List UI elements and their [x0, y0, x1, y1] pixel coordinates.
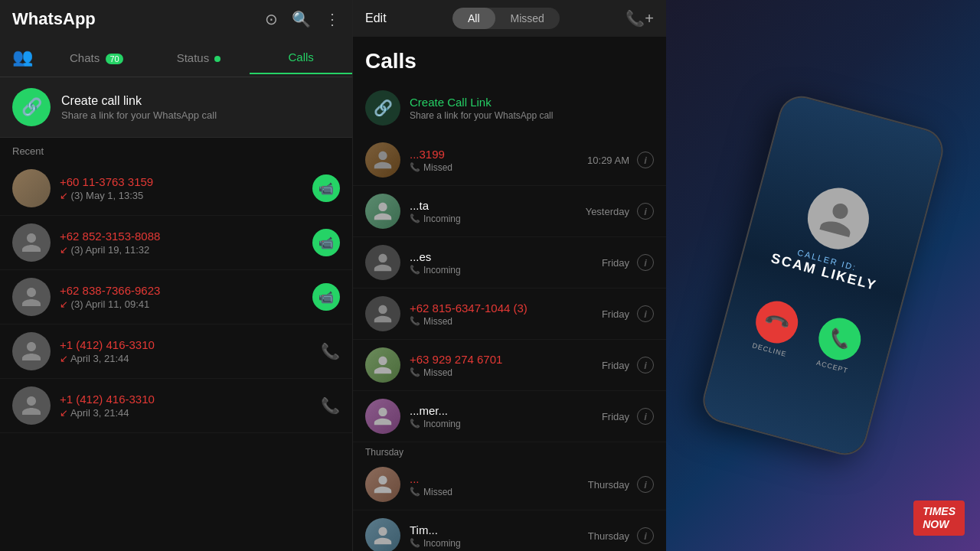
recent-meta: ↙ April 3, 21:44	[60, 407, 321, 419]
call-item[interactable]: ...3199 📞 Missed 10:29 AM i	[353, 135, 666, 186]
camera-icon[interactable]: ⊙	[265, 10, 278, 28]
recent-info: +1 (412) 416-3310 ↙ April 3, 21:44	[60, 338, 321, 364]
video-call-button[interactable]: 📹	[312, 229, 340, 256]
recent-info: +60 11-3763 3159 ↙ (3) May 1, 13:35	[60, 175, 312, 201]
recent-name: +1 (412) 416-3310	[60, 393, 321, 406]
info-button[interactable]: i	[637, 527, 654, 544]
avatar	[12, 223, 51, 262]
info-button[interactable]: i	[637, 254, 654, 271]
calls-title: Calls	[353, 37, 666, 81]
recent-item[interactable]: +1 (412) 416-3310 ↙ April 3, 21:44 📞	[0, 324, 352, 379]
video-call-button[interactable]: 📹	[312, 283, 340, 311]
avatar	[12, 169, 51, 207]
filter-all-tab[interactable]: All	[452, 8, 495, 29]
times-now-badge: TIMESNOW	[913, 500, 965, 536]
call-info: +63 929 274 6701 📞 Missed	[410, 353, 602, 378]
phone-icon: 📞	[321, 397, 340, 414]
accept-button[interactable]: 📞	[814, 313, 865, 364]
missed-arrow: ↙	[60, 407, 68, 419]
info-button[interactable]: i	[637, 476, 654, 493]
chats-badge: 70	[106, 54, 122, 64]
call-time: Yesterday	[586, 206, 629, 217]
info-button[interactable]: i	[637, 152, 654, 168]
call-item[interactable]: ...es 📞 Incoming Friday i	[353, 237, 666, 289]
call-type: 📞 Missed	[410, 367, 602, 378]
center-top: Edit All Missed 📞+	[353, 0, 666, 37]
person-icon	[20, 285, 43, 308]
call-avatar	[365, 518, 400, 551]
call-time: Friday	[602, 360, 629, 371]
decline-wrapper: 📞 DECLINE	[748, 296, 802, 359]
call-item[interactable]: +63 929 274 6701 📞 Missed Friday i	[353, 340, 666, 391]
tab-status[interactable]: Status	[148, 42, 250, 73]
call-name: +63 929 274 6701	[410, 353, 602, 366]
call-type: 📞 Incoming	[410, 538, 588, 549]
call-item[interactable]: +62 815-6347-1044 (3) 📞 Missed Friday i	[353, 289, 666, 340]
right-panel: CALLER ID: SCAM LIKELY 📞 DECLINE 📞	[666, 0, 980, 551]
top-bar: WhatsApp ⊙ 🔍 ⋮	[0, 0, 352, 38]
person-icon	[372, 252, 394, 273]
info-button[interactable]: i	[637, 203, 654, 220]
call-item[interactable]: Tim... 📞 Incoming Thursday i	[353, 510, 666, 551]
call-info: ...3199 📞 Missed	[410, 148, 587, 173]
call-type: 📞 Missed	[410, 487, 588, 497]
call-item[interactable]: ...mer... 📞 Incoming Friday i	[353, 391, 666, 442]
call-name: ...mer...	[410, 404, 602, 417]
tab-calls[interactable]: Calls	[250, 41, 352, 74]
filter-missed-tab[interactable]: Missed	[495, 8, 560, 29]
phone-icon: 📞	[321, 343, 340, 360]
phone-icon: 📞	[410, 487, 420, 497]
call-avatar	[365, 347, 400, 383]
recent-item[interactable]: +62 838-7366-9623 ↙ (3) April 11, 09:41 …	[0, 270, 352, 324]
nav-tabs: 👥 Chats 70 Status Calls	[0, 38, 352, 77]
add-call-button[interactable]: 📞+	[626, 9, 654, 28]
decline-button[interactable]: 📞	[751, 296, 802, 347]
phone-icon: 📞	[410, 419, 420, 429]
recent-actions: 📹	[312, 229, 340, 256]
phone-icon: 📞	[410, 265, 420, 275]
recent-item[interactable]: +1 (412) 416-3310 ↙ April 3, 21:44 📞	[0, 379, 352, 433]
call-link-subtitle: Share a link for your WhatsApp call	[61, 109, 217, 121]
phone-icon: 📞	[410, 367, 420, 377]
person-icon	[20, 394, 43, 417]
recent-meta: ↙ April 3, 21:44	[60, 353, 321, 364]
person-icon	[20, 340, 43, 363]
link-icon: 🔗	[374, 99, 393, 117]
menu-icon[interactable]: ⋮	[325, 10, 340, 28]
info-button[interactable]: i	[637, 305, 654, 322]
missed-arrow: ↙	[60, 244, 68, 256]
tab-chats[interactable]: Chats 70	[45, 42, 148, 73]
recent-info: +62 852-3153-8088 ↙ (3) April 19, 11:32	[60, 230, 312, 256]
call-item[interactable]: ... 📞 Missed Thursday i	[353, 459, 666, 510]
calls-list: ...3199 📞 Missed 10:29 AM i ...ta 📞 Inco…	[353, 135, 666, 551]
recent-name: +62 838-7366-9623	[60, 284, 312, 297]
call-avatar	[365, 194, 400, 229]
accept-wrapper: 📞 ACCEPT	[811, 313, 865, 376]
recent-actions: 📞	[321, 396, 340, 415]
call-type: 📞 Missed	[410, 316, 602, 327]
center-create-call-link[interactable]: 🔗 Create Call Link Share a link for your…	[353, 81, 666, 135]
edit-button[interactable]: Edit	[365, 11, 387, 25]
recent-item[interactable]: +60 11-3763 3159 ↙ (3) May 1, 13:35 📹	[0, 161, 352, 216]
people-icon[interactable]: 👥	[0, 38, 45, 77]
call-name: ...3199	[410, 148, 587, 161]
info-button[interactable]: i	[637, 408, 654, 425]
center-link-subtitle: Share a link for your WhatsApp call	[410, 110, 553, 121]
person-icon	[372, 303, 394, 324]
call-time: Friday	[602, 308, 629, 320]
call-name: ...es	[410, 250, 602, 263]
search-icon[interactable]: 🔍	[292, 10, 311, 28]
video-call-button[interactable]: 📹	[312, 174, 340, 202]
call-button[interactable]: 📞	[321, 396, 340, 415]
call-button[interactable]: 📞	[321, 342, 340, 360]
thursday-label: Thursday	[353, 442, 666, 459]
decline-label: DECLINE	[751, 341, 787, 358]
recent-item[interactable]: +62 852-3153-8088 ↙ (3) April 19, 11:32 …	[0, 216, 352, 270]
call-item[interactable]: ...ta 📞 Incoming Yesterday i	[353, 186, 666, 237]
create-call-link-button[interactable]: 🔗 Create call link Share a link for your…	[0, 77, 352, 138]
person-icon	[372, 406, 394, 427]
call-avatar	[365, 399, 400, 434]
call-avatar	[365, 142, 400, 178]
filter-tabs: All Missed	[452, 8, 560, 29]
info-button[interactable]: i	[637, 357, 654, 373]
